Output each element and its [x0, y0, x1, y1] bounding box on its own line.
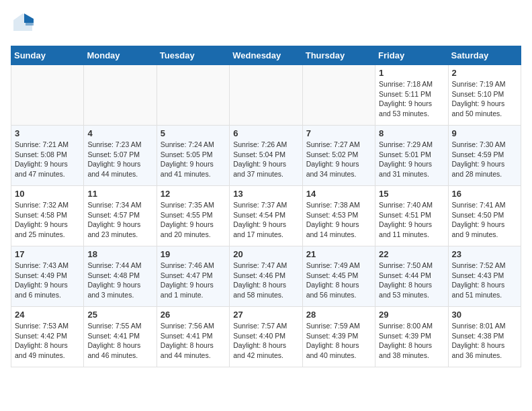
- day-number: 21: [306, 249, 371, 259]
- day-info: Sunrise: 7:56 AM Sunset: 4:41 PM Dayligh…: [161, 321, 226, 361]
- logo: [11, 11, 38, 38]
- day-number: 2: [452, 68, 517, 78]
- column-header-saturday: Saturday: [448, 46, 521, 65]
- day-number: 23: [452, 249, 517, 259]
- calendar-cell: 26Sunrise: 7:56 AM Sunset: 4:41 PM Dayli…: [157, 307, 229, 367]
- day-info: Sunrise: 7:49 AM Sunset: 4:45 PM Dayligh…: [306, 261, 371, 300]
- calendar-cell: [302, 65, 375, 126]
- day-number: 28: [306, 310, 371, 320]
- day-info: Sunrise: 7:21 AM Sunset: 5:08 PM Dayligh…: [15, 140, 80, 179]
- day-number: 25: [87, 310, 152, 320]
- day-info: Sunrise: 7:43 AM Sunset: 4:49 PM Dayligh…: [15, 261, 80, 300]
- day-info: Sunrise: 7:50 AM Sunset: 4:44 PM Dayligh…: [379, 261, 444, 300]
- day-number: 26: [161, 310, 226, 320]
- day-number: 20: [233, 249, 298, 259]
- day-info: Sunrise: 7:41 AM Sunset: 4:50 PM Dayligh…: [452, 200, 517, 240]
- day-info: Sunrise: 7:32 AM Sunset: 4:58 PM Dayligh…: [15, 200, 80, 240]
- calendar-cell: 14Sunrise: 7:38 AM Sunset: 4:53 PM Dayli…: [302, 186, 375, 246]
- day-number: 30: [452, 310, 517, 320]
- day-number: 11: [87, 189, 152, 199]
- calendar-cell: [11, 65, 84, 126]
- calendar-cell: 20Sunrise: 7:47 AM Sunset: 4:46 PM Dayli…: [230, 246, 302, 307]
- calendar-cell: 13Sunrise: 7:37 AM Sunset: 4:54 PM Dayli…: [230, 186, 302, 246]
- day-number: 19: [161, 249, 226, 259]
- day-info: Sunrise: 8:00 AM Sunset: 4:39 PM Dayligh…: [379, 321, 444, 361]
- calendar-cell: 17Sunrise: 7:43 AM Sunset: 4:49 PM Dayli…: [11, 246, 84, 307]
- calendar-cell: 18Sunrise: 7:44 AM Sunset: 4:48 PM Dayli…: [84, 246, 157, 307]
- calendar-week-row: 17Sunrise: 7:43 AM Sunset: 4:49 PM Dayli…: [11, 246, 521, 307]
- day-info: Sunrise: 7:40 AM Sunset: 4:51 PM Dayligh…: [379, 200, 444, 240]
- day-number: 5: [161, 128, 226, 138]
- calendar-cell: 30Sunrise: 8:01 AM Sunset: 4:38 PM Dayli…: [448, 307, 521, 367]
- day-info: Sunrise: 7:35 AM Sunset: 4:55 PM Dayligh…: [161, 200, 226, 240]
- calendar-cell: [230, 65, 302, 126]
- day-info: Sunrise: 7:47 AM Sunset: 4:46 PM Dayligh…: [233, 261, 298, 300]
- day-info: Sunrise: 7:55 AM Sunset: 4:41 PM Dayligh…: [87, 321, 152, 361]
- page-header: [11, 11, 521, 38]
- day-number: 29: [379, 310, 444, 320]
- day-number: 7: [306, 128, 371, 138]
- calendar-cell: 29Sunrise: 8:00 AM Sunset: 4:39 PM Dayli…: [375, 307, 448, 367]
- calendar-cell: 6Sunrise: 7:26 AM Sunset: 5:04 PM Daylig…: [230, 126, 302, 186]
- logo-icon: [11, 11, 35, 35]
- column-header-tuesday: Tuesday: [157, 46, 229, 65]
- day-info: Sunrise: 7:24 AM Sunset: 5:05 PM Dayligh…: [161, 140, 226, 179]
- day-number: 16: [452, 189, 517, 199]
- day-number: 15: [379, 189, 444, 199]
- calendar-cell: 22Sunrise: 7:50 AM Sunset: 4:44 PM Dayli…: [375, 246, 448, 307]
- calendar-cell: [157, 65, 229, 126]
- column-header-thursday: Thursday: [302, 46, 375, 65]
- calendar-cell: 11Sunrise: 7:34 AM Sunset: 4:57 PM Dayli…: [84, 186, 157, 246]
- day-number: 10: [15, 189, 80, 199]
- column-header-monday: Monday: [84, 46, 157, 65]
- calendar-cell: 16Sunrise: 7:41 AM Sunset: 4:50 PM Dayli…: [448, 186, 521, 246]
- calendar-table: SundayMondayTuesdayWednesdayThursdayFrid…: [11, 46, 521, 367]
- day-number: 4: [87, 128, 152, 138]
- calendar-cell: 7Sunrise: 7:27 AM Sunset: 5:02 PM Daylig…: [302, 126, 375, 186]
- day-info: Sunrise: 7:57 AM Sunset: 4:40 PM Dayligh…: [233, 321, 298, 361]
- calendar-week-row: 10Sunrise: 7:32 AM Sunset: 4:58 PM Dayli…: [11, 186, 521, 246]
- day-info: Sunrise: 7:27 AM Sunset: 5:02 PM Dayligh…: [306, 140, 371, 179]
- calendar-week-row: 1Sunrise: 7:18 AM Sunset: 5:11 PM Daylig…: [11, 65, 521, 126]
- column-header-sunday: Sunday: [11, 46, 84, 65]
- calendar-cell: 24Sunrise: 7:53 AM Sunset: 4:42 PM Dayli…: [11, 307, 84, 367]
- calendar-week-row: 3Sunrise: 7:21 AM Sunset: 5:08 PM Daylig…: [11, 126, 521, 186]
- calendar-cell: 3Sunrise: 7:21 AM Sunset: 5:08 PM Daylig…: [11, 126, 84, 186]
- day-number: 27: [233, 310, 298, 320]
- day-number: 18: [87, 249, 152, 259]
- calendar-header-row: SundayMondayTuesdayWednesdayThursdayFrid…: [11, 46, 521, 65]
- calendar-cell: [84, 65, 157, 126]
- day-number: 8: [379, 128, 444, 138]
- day-info: Sunrise: 7:59 AM Sunset: 4:39 PM Dayligh…: [306, 321, 371, 361]
- calendar-week-row: 24Sunrise: 7:53 AM Sunset: 4:42 PM Dayli…: [11, 307, 521, 367]
- day-number: 12: [161, 189, 226, 199]
- day-info: Sunrise: 7:34 AM Sunset: 4:57 PM Dayligh…: [87, 200, 152, 240]
- day-number: 6: [233, 128, 298, 138]
- day-number: 17: [15, 249, 80, 259]
- calendar-cell: 28Sunrise: 7:59 AM Sunset: 4:39 PM Dayli…: [302, 307, 375, 367]
- day-number: 22: [379, 249, 444, 259]
- day-number: 14: [306, 189, 371, 199]
- day-info: Sunrise: 7:38 AM Sunset: 4:53 PM Dayligh…: [306, 200, 371, 240]
- calendar-cell: 10Sunrise: 7:32 AM Sunset: 4:58 PM Dayli…: [11, 186, 84, 246]
- day-info: Sunrise: 7:18 AM Sunset: 5:11 PM Dayligh…: [379, 79, 444, 119]
- day-number: 24: [15, 310, 80, 320]
- day-info: Sunrise: 7:29 AM Sunset: 5:01 PM Dayligh…: [379, 140, 444, 179]
- calendar-cell: 1Sunrise: 7:18 AM Sunset: 5:11 PM Daylig…: [375, 65, 448, 126]
- calendar-cell: 21Sunrise: 7:49 AM Sunset: 4:45 PM Dayli…: [302, 246, 375, 307]
- day-info: Sunrise: 7:44 AM Sunset: 4:48 PM Dayligh…: [87, 261, 152, 300]
- day-number: 9: [452, 128, 517, 138]
- day-info: Sunrise: 7:23 AM Sunset: 5:07 PM Dayligh…: [87, 140, 152, 179]
- day-number: 3: [15, 128, 80, 138]
- calendar-cell: 15Sunrise: 7:40 AM Sunset: 4:51 PM Dayli…: [375, 186, 448, 246]
- day-info: Sunrise: 7:37 AM Sunset: 4:54 PM Dayligh…: [233, 200, 298, 240]
- day-info: Sunrise: 8:01 AM Sunset: 4:38 PM Dayligh…: [452, 321, 517, 361]
- calendar-cell: 27Sunrise: 7:57 AM Sunset: 4:40 PM Dayli…: [230, 307, 302, 367]
- calendar-cell: 25Sunrise: 7:55 AM Sunset: 4:41 PM Dayli…: [84, 307, 157, 367]
- calendar-cell: 19Sunrise: 7:46 AM Sunset: 4:47 PM Dayli…: [157, 246, 229, 307]
- column-header-wednesday: Wednesday: [230, 46, 302, 65]
- day-info: Sunrise: 7:30 AM Sunset: 4:59 PM Dayligh…: [452, 140, 517, 179]
- calendar-cell: 4Sunrise: 7:23 AM Sunset: 5:07 PM Daylig…: [84, 126, 157, 186]
- column-header-friday: Friday: [375, 46, 448, 65]
- calendar-cell: 9Sunrise: 7:30 AM Sunset: 4:59 PM Daylig…: [448, 126, 521, 186]
